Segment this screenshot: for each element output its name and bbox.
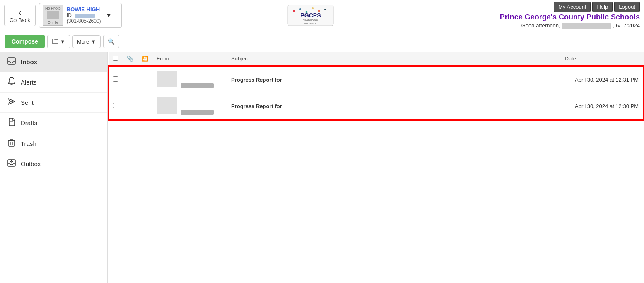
outbox-label: Outbox	[21, 160, 41, 167]
from-cell-1	[152, 66, 227, 93]
folder-icon	[52, 38, 58, 45]
go-back-label: Go Back	[10, 17, 30, 23]
help-button[interactable]: Help	[592, 2, 613, 12]
greeting: Good afternoon, , 6/17/2024	[521, 22, 640, 29]
no-photo-label: No Photo	[45, 6, 61, 10]
more-label: More	[77, 39, 89, 45]
pgcps-logo: PGCPS GRADEBOOK INSTANCE	[284, 3, 338, 28]
greeting-date: , 6/17/2024	[613, 22, 640, 29]
alerts-icon	[7, 77, 17, 87]
logo-center: PGCPS GRADEBOOK INSTANCE	[284, 3, 338, 28]
select-all-checkbox[interactable]	[113, 56, 118, 61]
school-id: ID:	[67, 12, 101, 18]
subject-cell-1[interactable]: Progress Report for	[227, 66, 561, 93]
school-title: Prince George's County Public Schools	[500, 13, 640, 22]
svg-point-2	[299, 8, 301, 10]
more-button[interactable]: More ▼	[72, 35, 101, 48]
search-button[interactable]: 🔍	[103, 35, 119, 48]
table-row[interactable]: Progress Report for April 30, 2024 at 12…	[109, 93, 644, 120]
video-cell-2	[137, 93, 152, 120]
school-phone: (301-805-2600)	[67, 18, 101, 24]
date-cell-1: April 30, 2024 at 12:31 PM	[561, 66, 644, 93]
paperclip-icon: 📎	[127, 56, 133, 62]
col-header-video: 🎦	[137, 52, 152, 66]
sidebar-item-trash[interactable]: Trash	[0, 133, 107, 154]
inbox-label: Inbox	[21, 58, 37, 65]
drafts-label: Drafts	[21, 119, 37, 126]
col-header-subject: Subject	[227, 52, 561, 66]
date-cell-2: April 30, 2024 at 12:30 PM	[561, 93, 644, 120]
sidebar-item-outbox[interactable]: Outbox	[0, 154, 107, 174]
email-list: 📎 🎦 From Subject Date	[108, 52, 644, 283]
logout-button[interactable]: Logout	[614, 2, 640, 12]
sender-avatar-1	[157, 71, 177, 87]
sender-avatar-2	[157, 97, 177, 114]
video-icon: 🎦	[142, 56, 148, 62]
go-back-button[interactable]: ‹ Go Back	[4, 5, 36, 26]
sender-name-1	[181, 83, 214, 88]
row-checkbox-2[interactable]	[113, 103, 118, 108]
school-card: No Photo On file BOWIE HIGH ID: (301-805…	[39, 3, 122, 28]
svg-point-6	[324, 9, 326, 10]
search-icon: 🔍	[108, 38, 115, 45]
row-checkbox-cell	[109, 66, 123, 93]
compose-button[interactable]: Compose	[5, 35, 45, 48]
back-arrow-icon: ‹	[19, 7, 22, 17]
top-bar-right: My Account Help Logout Prince George's C…	[500, 2, 640, 29]
sidebar-item-alerts[interactable]: Alerts	[0, 72, 107, 93]
attach-cell-2	[123, 93, 137, 120]
top-bar-left: ‹ Go Back No Photo On file BOWIE HIGH ID…	[4, 3, 122, 28]
email-table: 📎 🎦 From Subject Date	[108, 52, 644, 121]
sent-label: Sent	[21, 99, 34, 106]
svg-text:GRADEBOOK: GRADEBOOK	[303, 19, 319, 22]
trash-label: Trash	[21, 140, 36, 147]
col-header-date: Date	[561, 52, 644, 66]
video-cell-1	[137, 66, 152, 93]
svg-point-1	[293, 10, 295, 12]
sidebar: Inbox Alerts Sent	[0, 52, 108, 283]
sidebar-item-inbox[interactable]: Inbox	[0, 52, 107, 72]
school-id-label: ID:	[67, 12, 73, 18]
sent-icon	[7, 98, 17, 107]
on-file-label: On file	[48, 20, 58, 24]
main-layout: Inbox Alerts Sent	[0, 52, 644, 283]
svg-text:INSTANCE: INSTANCE	[304, 22, 317, 25]
sender-name-2	[181, 110, 214, 115]
col-header-from: From	[152, 52, 227, 66]
col-header-attachment: 📎	[123, 52, 137, 66]
school-photo: No Photo On file	[43, 5, 63, 26]
top-bar: ‹ Go Back No Photo On file BOWIE HIGH ID…	[0, 0, 644, 31]
table-row[interactable]: Progress Report for April 30, 2024 at 12…	[109, 66, 644, 93]
from-cell-2	[152, 93, 227, 120]
greeting-prefix: Good afternoon,	[521, 22, 560, 29]
greeting-name	[562, 23, 611, 29]
attach-cell-1	[123, 66, 137, 93]
row-checkbox-1[interactable]	[113, 76, 118, 82]
my-account-button[interactable]: My Account	[554, 2, 591, 12]
folder-dropdown-icon: ▼	[60, 39, 65, 45]
trash-icon	[7, 138, 17, 149]
toolbar: Compose ▼ More ▼ 🔍	[0, 31, 644, 52]
school-dropdown-icon[interactable]: ▼	[104, 11, 113, 19]
school-info: BOWIE HIGH ID: (301-805-2600)	[67, 6, 101, 24]
outbox-icon	[7, 159, 17, 169]
school-name: BOWIE HIGH	[67, 6, 101, 12]
alerts-label: Alerts	[21, 79, 36, 86]
top-right-buttons: My Account Help Logout	[554, 2, 640, 12]
row-checkbox-cell-2	[109, 93, 123, 120]
folder-button[interactable]: ▼	[47, 35, 70, 48]
drafts-icon	[7, 118, 17, 128]
svg-point-4	[312, 7, 314, 9]
sidebar-item-drafts[interactable]: Drafts	[0, 113, 107, 133]
more-dropdown-icon: ▼	[91, 39, 96, 45]
sidebar-item-sent[interactable]: Sent	[0, 93, 107, 113]
inbox-icon	[7, 57, 17, 67]
subject-cell-2[interactable]: Progress Report for	[227, 93, 561, 120]
col-header-checkbox	[109, 52, 123, 66]
svg-text:PGCPS: PGCPS	[301, 12, 321, 19]
